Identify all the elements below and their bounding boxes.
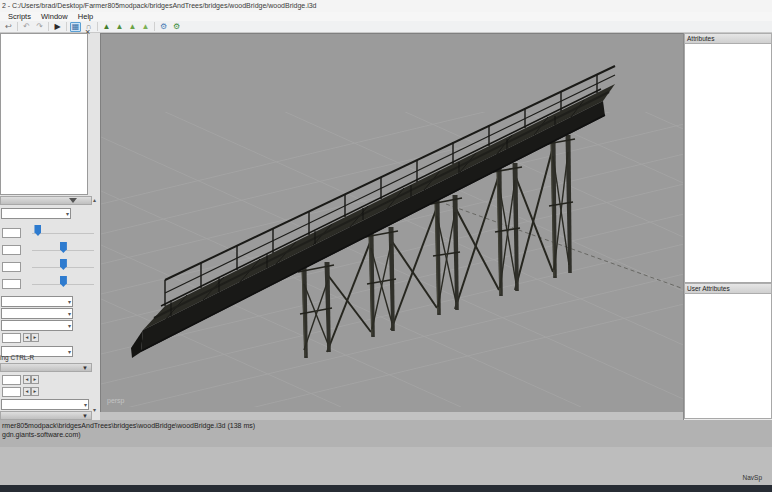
log-console[interactable]: rmer805modpack\bridgesAndTrees\bridges\w… [0, 420, 772, 447]
title-bar: 2 - C:/Users/brad/Desktop/Farmer805modpa… [0, 0, 772, 12]
slider-4[interactable] [32, 276, 94, 288]
collapse-icon[interactable]: ▼ [82, 412, 88, 420]
chevron-down-icon: ▾ [68, 348, 71, 356]
terrain-option-select-1[interactable]: ▾ [1, 296, 73, 307]
spinner-increment-icon[interactable]: ▸ [31, 387, 39, 396]
menu-help[interactable]: Help [78, 12, 93, 21]
user-attributes-panel-body[interactable] [684, 294, 772, 419]
terrain-option-select-5[interactable]: ▾ [1, 399, 89, 410]
user-attributes-panel-header[interactable]: User Attributes [684, 283, 772, 294]
axis-line [446, 204, 684, 289]
terrain-field-1[interactable] [2, 228, 21, 238]
spinner-increment-icon[interactable]: ▸ [31, 333, 39, 342]
shortcut-hint: ing CTRL-R [0, 354, 34, 361]
window-title: 2 - C:/Users/brad/Desktop/Farmer805modpa… [2, 2, 317, 9]
toolbar-separator [154, 22, 155, 31]
history-back-icon[interactable]: ↩ [3, 22, 14, 32]
scenegraph-tree[interactable] [0, 33, 88, 195]
attributes-panel-body[interactable] [684, 44, 772, 283]
terrain-sculpt-icon[interactable]: ▲ [101, 22, 112, 32]
slider-handle[interactable] [60, 276, 67, 287]
scroll-down-icon[interactable]: ▾ [93, 407, 96, 413]
toolbar-separator [97, 22, 98, 31]
toolbar-separator [66, 22, 67, 31]
viewport-3d[interactable]: persp [100, 33, 683, 412]
section-header-3[interactable]: ▼ [0, 411, 92, 420]
viewport-mode-icon[interactable]: ▦ [70, 22, 81, 32]
scroll-up-icon[interactable]: ▴ [93, 197, 96, 203]
toolbar-separator [48, 22, 49, 31]
taskbar-strip [0, 485, 772, 492]
terrain-panel-header[interactable] [0, 196, 92, 205]
log-line: rmer805modpack\bridgesAndTrees\bridges\w… [2, 422, 772, 431]
terrain-field-3[interactable] [2, 262, 21, 272]
horizontal-splitter[interactable] [100, 412, 683, 420]
toolbar-separator [17, 22, 18, 31]
left-panel-column: × ▴ ▾ ▾ ▾ ▾ ◂ ▸ ▾ ing CTR [0, 33, 100, 420]
camera-label: persp [107, 397, 125, 404]
spinner-decrement-icon[interactable]: ◂ [23, 387, 31, 396]
chevron-down-icon: ▾ [68, 322, 71, 330]
attributes-title: Attributes [687, 35, 714, 42]
terrain-field-7[interactable] [2, 387, 21, 397]
attributes-panel-header[interactable]: Attributes [684, 33, 772, 44]
terrain-info-icon[interactable]: ▲ [140, 22, 151, 32]
spinner-increment-icon[interactable]: ▸ [31, 375, 39, 384]
collapse-icon[interactable]: ▼ [82, 364, 88, 372]
section-header-2[interactable]: ▼ [0, 363, 92, 372]
terrain-foliage-icon[interactable]: ▲ [127, 22, 138, 32]
menu-scripts[interactable]: Scripts [8, 12, 31, 21]
undo-icon[interactable]: ↶ [21, 22, 32, 32]
slider-handle[interactable] [60, 259, 67, 270]
slider-1[interactable] [32, 225, 94, 237]
spinner-decrement-icon[interactable]: ◂ [23, 375, 31, 384]
nav-status-text: NavSp [742, 474, 762, 481]
terrain-option-select-3[interactable]: ▾ [1, 320, 73, 331]
log-console-empty: NavSp [0, 447, 772, 485]
chevron-down-icon: ▾ [84, 401, 87, 409]
chevron-down-icon: ▾ [68, 310, 71, 318]
log-line: gdn.giants-software.com) [2, 431, 772, 440]
chevron-down-icon: ▾ [66, 210, 69, 218]
slider-3[interactable] [32, 259, 94, 271]
slider-handle[interactable] [34, 225, 41, 236]
main-toolbar: ↩ ↶ ↷ ▶ ▦ ∩ ▲ ▲ ▲ ▲ ⚙ ⚙ [0, 21, 772, 33]
user-attributes-title: User Attributes [687, 285, 730, 292]
menu-bar: Scripts Window Help [0, 12, 772, 21]
terrain-mode-select[interactable]: ▾ [1, 208, 71, 219]
terrain-field-2[interactable] [2, 245, 21, 255]
play-icon[interactable]: ▶ [52, 22, 63, 32]
terrain-field-4[interactable] [2, 279, 21, 289]
menu-window[interactable]: Window [41, 12, 68, 21]
right-panel-column: Attributes User Attributes [683, 33, 772, 420]
viewport-canvas [101, 34, 684, 413]
terrain-field-6[interactable] [2, 375, 21, 385]
spinner-decrement-icon[interactable]: ◂ [23, 333, 31, 342]
terrain-option-select-2[interactable]: ▾ [1, 308, 73, 319]
tools-gear-icon[interactable]: ⚙ [171, 22, 182, 32]
terrain-paint-icon[interactable]: ▲ [114, 22, 125, 32]
slider-2[interactable] [32, 242, 94, 254]
slider-handle[interactable] [60, 242, 67, 253]
chevron-down-icon: ▾ [68, 298, 71, 306]
terrain-field-5[interactable] [2, 333, 21, 343]
editor-window: 2 - C:/Users/brad/Desktop/Farmer805modpa… [0, 0, 772, 492]
redo-icon[interactable]: ↷ [34, 22, 45, 32]
settings-gear-icon[interactable]: ⚙ [158, 22, 169, 32]
filter-icon[interactable] [69, 198, 77, 203]
